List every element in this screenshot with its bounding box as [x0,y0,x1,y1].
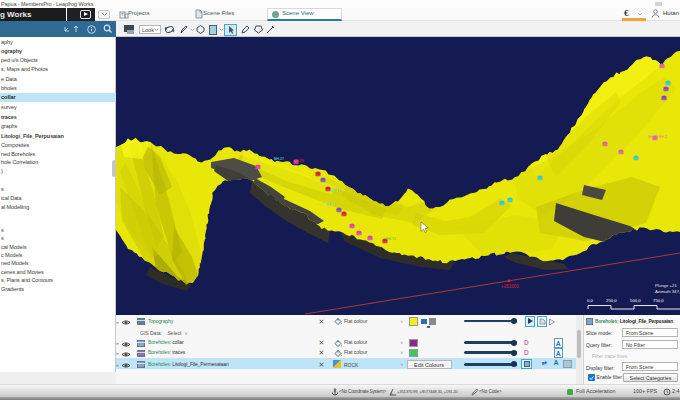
svg-text:BH-07: BH-07 [274,157,284,161]
svg-text:+251000: +251000 [501,284,519,289]
svg-text:BH-13: BH-13 [331,189,341,193]
svg-text:BH-11: BH-11 [326,203,336,207]
svg-text:0,0: 0,0 [587,298,594,303]
svg-text:250,0: 250,0 [606,298,617,303]
svg-text:Plunge +21: Plunge +21 [655,283,677,288]
svg-text:500,0: 500,0 [630,298,641,303]
svg-text:BH-15: BH-15 [386,237,396,241]
svg-text:BH-05: BH-05 [294,159,304,163]
svg-text:750,0: 750,0 [653,298,664,303]
svg-text:Azimuth 347,9: Azimuth 347,9 [655,289,680,294]
svg-text:BH-18 BH-2: BH-18 BH-2 [648,135,667,139]
